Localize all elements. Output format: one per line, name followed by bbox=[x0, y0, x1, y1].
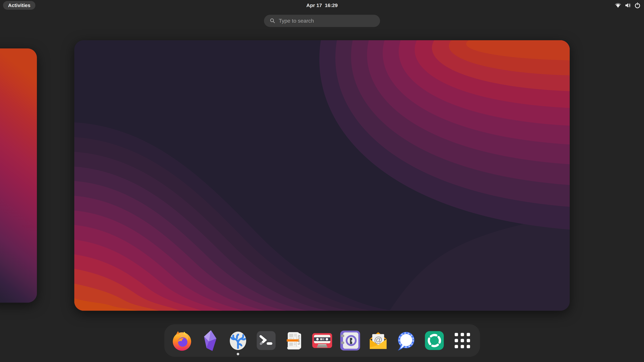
dock-item-firefox[interactable] bbox=[169, 328, 195, 353]
dock-item-signal[interactable] bbox=[394, 328, 419, 353]
workspace-preview-left[interactable] bbox=[0, 48, 37, 303]
system-status-area[interactable] bbox=[614, 0, 641, 11]
obsidian-icon bbox=[198, 329, 222, 353]
coral-icon bbox=[226, 329, 250, 353]
dock-item-element[interactable] bbox=[422, 328, 447, 353]
dock-item-show-apps[interactable] bbox=[450, 328, 475, 353]
app-grid-icon bbox=[450, 329, 474, 353]
dock-item-vault[interactable] bbox=[338, 328, 363, 353]
dock-item-terminal[interactable] bbox=[254, 328, 279, 353]
dock-item-coral[interactable] bbox=[225, 328, 251, 353]
dock-item-news[interactable]: NEWS bbox=[282, 328, 307, 353]
dock-item-obsidian[interactable] bbox=[197, 328, 223, 353]
workspace-preview-current[interactable] bbox=[74, 40, 570, 311]
element-icon bbox=[422, 329, 446, 353]
dock-item-mail[interactable]: @ bbox=[366, 328, 391, 353]
dock-item-cassette[interactable] bbox=[310, 328, 335, 353]
search-input[interactable] bbox=[264, 15, 380, 27]
top-bar: Activities Apr 17 16:29 bbox=[0, 0, 644, 11]
signal-icon bbox=[394, 329, 418, 353]
clock-date-time[interactable]: Apr 17 16:29 bbox=[0, 0, 644, 11]
vault-icon bbox=[338, 329, 362, 353]
wifi-icon[interactable] bbox=[614, 1, 622, 9]
power-icon[interactable] bbox=[634, 1, 641, 9]
cassette-icon bbox=[310, 329, 334, 353]
wallpaper-main bbox=[74, 40, 570, 311]
terminal-icon bbox=[254, 329, 278, 353]
news-badge-text: NEWS bbox=[297, 335, 300, 345]
volume-icon[interactable] bbox=[624, 1, 632, 9]
search-bar bbox=[264, 15, 380, 27]
newspaper-icon: NEWS bbox=[282, 329, 306, 353]
firefox-icon bbox=[170, 329, 194, 353]
wallpaper-left bbox=[0, 48, 37, 303]
mail-icon: @ bbox=[366, 329, 390, 353]
dash-dock: NEWS @ bbox=[164, 324, 480, 357]
